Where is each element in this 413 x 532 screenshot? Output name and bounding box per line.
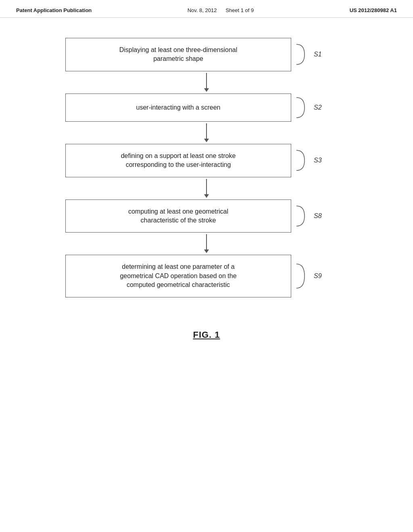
header-publication-type: Patent Application Publication [16,7,92,13]
arrow-down-3 [204,179,209,198]
step-text-s8: computing at least one geometricalcharac… [128,207,228,225]
step-label-group-s2: S2 [294,96,322,120]
step-box-s3: defining on a support at least one strok… [65,144,291,177]
bracket-s8 [294,204,307,228]
step-label-s8: S8 [314,212,322,220]
step-label-s2: S2 [314,104,322,111]
step-row-s9: determining at least one parameter of ag… [65,255,348,297]
step-label-group-s9: S9 [294,262,322,290]
bracket-s2 [294,96,307,120]
arrow-line-3 [206,179,207,194]
arrow-down-2 [204,123,209,142]
step-row-s8: computing at least one geometricalcharac… [65,200,348,233]
step-label-group-s8: S8 [294,204,322,228]
arrow-head-1 [204,88,209,92]
header-date-sheet: Nov. 8, 2012 Sheet 1 of 9 [188,7,254,13]
step-row-s2: user-interacting with a screen S2 [65,94,348,122]
arrow-line-2 [206,123,207,139]
arrow-4 [94,233,319,255]
step-text-s2: user-interacting with a screen [136,103,221,112]
header-patent-number: US 2012/280982 A1 [350,7,397,13]
flowchart: Displaying at least one three-dimensiona… [65,38,348,297]
figure-label: FIG. 1 [193,330,220,340]
bracket-s3 [294,148,307,172]
step-row-s3: defining on a support at least one strok… [65,144,348,177]
arrow-line-1 [206,73,207,88]
arrow-head-2 [204,139,209,142]
arrow-line-4 [206,234,207,249]
step-text-s9: determining at least one parameter of ag… [120,262,236,289]
step-label-s3: S3 [314,157,322,164]
arrow-1 [94,71,319,94]
arrow-down-1 [204,73,209,92]
step-box-s8: computing at least one geometricalcharac… [65,200,291,233]
step-label-group-s1: S1 [294,42,322,66]
arrow-2 [94,122,319,144]
step-text-s1: Displaying at least one three-dimensiona… [119,46,238,64]
page-header: Patent Application Publication Nov. 8, 2… [0,0,413,18]
step-row-s1: Displaying at least one three-dimensiona… [65,38,348,71]
arrow-down-4 [204,234,209,253]
step-label-s9: S9 [314,272,322,280]
step-box-s1: Displaying at least one three-dimensiona… [65,38,291,71]
arrow-head-3 [204,194,209,198]
step-label-group-s3: S3 [294,148,322,172]
step-label-s1: S1 [314,51,322,58]
step-box-s9: determining at least one parameter of ag… [65,255,291,297]
header-date: Nov. 8, 2012 [188,7,217,13]
arrow-head-4 [204,249,209,253]
arrow-3 [94,177,319,200]
bracket-s1 [294,42,307,66]
step-box-s2: user-interacting with a screen [65,94,291,122]
bracket-s9 [294,262,307,290]
step-text-s3: defining on a support at least one strok… [121,152,236,170]
main-content: Displaying at least one three-dimensiona… [0,18,413,340]
header-sheet: Sheet 1 of 9 [225,7,254,13]
